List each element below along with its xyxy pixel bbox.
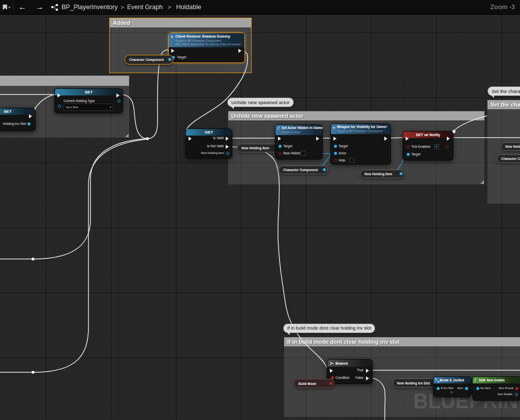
exec-out-pin[interactable] [366, 369, 369, 373]
exec-in-pin[interactable] [57, 93, 60, 98]
chevron-down-icon: ▾ [110, 104, 111, 110]
event-icon: ◆ [333, 125, 335, 129]
exec-out-pin[interactable] [316, 137, 319, 141]
breadcrumb-root[interactable]: BP_PlayerInventory [62, 4, 117, 11]
var-label: New Holding Item [364, 172, 392, 176]
node-set-current-holding-type[interactable]: SET Current Holding Type Item Slot ▾ [54, 88, 123, 113]
node-title: SET w/ Notify [403, 133, 453, 137]
value-in-pin[interactable] [58, 105, 61, 108]
value-out-pin[interactable] [226, 152, 229, 155]
pin-label: Condition [335, 376, 349, 379]
back-button[interactable]: ← [14, 0, 31, 14]
pin-label: Tick Enabled [411, 145, 430, 148]
node-client-remove-shadow-dummy[interactable]: ◆ Client Remove Shadow Dummy Target is B… [168, 33, 245, 63]
value-out-pin[interactable] [446, 145, 449, 148]
exec-in-pin[interactable] [278, 137, 281, 141]
node-set-holding-inv-slot[interactable]: SET Holding Inv Slot [0, 108, 36, 131]
exec-out-pin[interactable] [29, 114, 32, 118]
breadcrumb-event-graph[interactable]: Event Graph [127, 4, 163, 11]
var-label: Character Component [129, 58, 164, 61]
comment-bubble-right: Set the chara [487, 86, 520, 96]
item-details-pin[interactable] [515, 393, 518, 396]
var-output-pin[interactable] [168, 58, 171, 61]
comment-build-title[interactable]: If in build mode dont clear holding inv … [284, 337, 520, 346]
var-node-partial[interactable]: New Holding Item [501, 142, 520, 151]
node-branch[interactable]: Branch True Condition False [327, 359, 373, 384]
pin-label: S Inv Slot [441, 386, 453, 390]
collapse-icon[interactable]: ^ [450, 391, 453, 395]
node-validated-get[interactable]: GET Is Valid Is Not Valid New Holding It… [186, 128, 232, 158]
struct-in-pin[interactable] [437, 387, 440, 390]
node-sgk-item-details[interactable]: ƒ SGK Item Details Inv Item Item Found I… [472, 376, 520, 401]
exec-out-pin[interactable] [226, 145, 229, 149]
value-out-pin[interactable] [117, 100, 120, 103]
exec-in-pin[interactable] [189, 137, 192, 141]
var-node-character-component[interactable]: Character Component [279, 166, 328, 174]
exec-out-pin[interactable] [384, 137, 387, 141]
exec-in-pin[interactable] [406, 137, 409, 141]
pin-label: Target [339, 144, 348, 148]
comment-right-title[interactable]: Set the cha [487, 100, 520, 109]
node-title: GET [186, 130, 232, 135]
exec-out-pin[interactable] [447, 137, 450, 141]
chevron-down-icon: ▾ [8, 5, 10, 10]
tick-enabled-checkbox[interactable]: ✓ [434, 144, 439, 149]
node-set-actor-hidden[interactable]: ƒ Set Actor Hidden In Game Target is Act… [275, 124, 323, 159]
comment-unhide-title[interactable]: Unhide new spawned actor [228, 111, 484, 120]
exec-out-pin[interactable] [238, 49, 241, 53]
comment-right-partial[interactable]: Set the cha [487, 100, 520, 204]
check-icon: ✓ [435, 144, 439, 149]
tick-enabled-pin[interactable] [407, 145, 410, 148]
target-pin[interactable] [279, 145, 282, 148]
comment-resize-handle[interactable] [125, 134, 129, 137]
node-set-w-notify[interactable]: SET w/ Notify Tick Enabled ✓ Target [403, 131, 453, 160]
hide-checkbox[interactable] [349, 158, 354, 163]
graph-icon [48, 0, 62, 14]
comment-added-title[interactable]: Added [110, 18, 251, 27]
actor-pin[interactable] [334, 152, 337, 155]
breadcrumb-separator-icon: > [117, 4, 127, 10]
exec-out-pin[interactable] [366, 376, 369, 380]
pin-label: New Hidden [283, 151, 301, 155]
enum-dropdown[interactable]: Item Slot ▾ [64, 104, 113, 111]
hide-pin[interactable] [334, 159, 337, 162]
value-out-pin[interactable] [27, 122, 30, 125]
pin-label: Item [454, 386, 463, 390]
comment-left-title[interactable] [0, 76, 129, 86]
new-hidden-checkbox[interactable] [300, 151, 305, 156]
var-output-pin[interactable] [400, 172, 403, 175]
pin-label: Target [177, 55, 186, 59]
bookmark-button[interactable]: ▾ [0, 0, 13, 14]
breadcrumb-holdable[interactable]: Holdable [176, 4, 201, 11]
exec-in-pin[interactable] [330, 369, 333, 373]
pin-label: Item Details [492, 393, 512, 396]
exec-out-pin[interactable] [226, 137, 229, 141]
item-out-pin[interactable] [465, 387, 468, 390]
exec-out-pin[interactable] [116, 93, 119, 98]
comment-resize-handle[interactable] [480, 180, 484, 184]
var-node-character-component[interactable]: Character Component [125, 55, 173, 64]
exec-in-pin[interactable] [171, 49, 174, 53]
var-output-pin[interactable] [323, 168, 326, 171]
pin-label: New Holding Item [195, 151, 224, 154]
node-weapon-visibility[interactable]: ◆ Weapon for Visibility for Owner Target… [330, 123, 391, 165]
var-node-build-mode[interactable]: Build Mode [294, 379, 334, 388]
var-output-pin[interactable] [329, 382, 332, 385]
node-break-s-invslot[interactable]: Break S_InvSlot S Inv Slot Item ^ [433, 376, 472, 397]
exec-in-pin[interactable] [333, 137, 337, 141]
var-label: Character Component [283, 168, 318, 172]
forward-button[interactable]: → [31, 0, 48, 14]
reroute-node [146, 137, 149, 140]
pin-label: Is Not Valid [199, 144, 224, 148]
var-node-partial[interactable]: Character Component [497, 154, 520, 163]
var-node-new-holding-item[interactable]: New Holding Item [360, 170, 405, 178]
item-found-pin[interactable] [515, 387, 518, 390]
inv-item-pin[interactable] [476, 387, 479, 390]
graph-canvas[interactable]: Added Unhide new spawned actor Set the c… [0, 0, 520, 420]
target-pin[interactable] [407, 153, 410, 156]
target-pin[interactable] [334, 145, 337, 148]
new-hidden-pin[interactable] [279, 152, 282, 155]
node-subtitle: Target is Actor [282, 131, 300, 134]
pin-label: Inv Item [480, 386, 491, 390]
var-label: New Holding Inv Slot [397, 381, 430, 385]
